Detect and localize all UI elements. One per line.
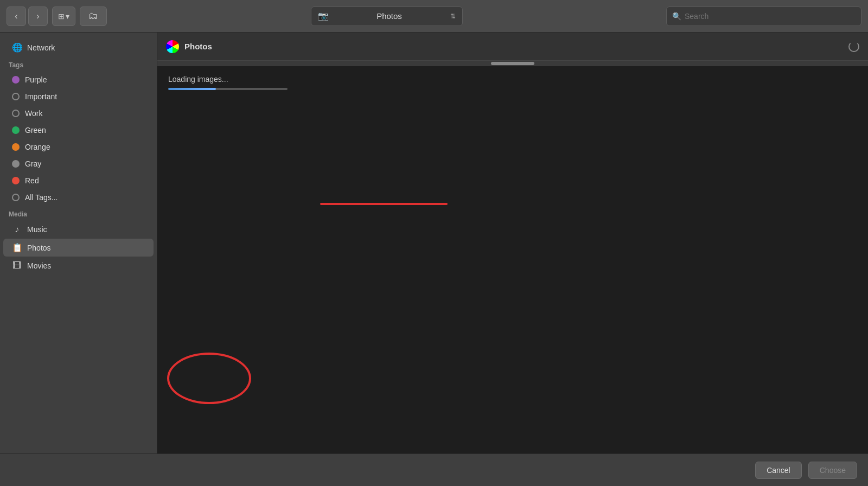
loading-bar-fill <box>168 88 216 90</box>
camera-icon: 📷 <box>318 11 329 21</box>
main-area: 🌐 Network Tags Purple Important Work Gre… <box>0 33 868 453</box>
sidebar-item-work[interactable]: Work <box>3 105 154 122</box>
loading-spinner <box>848 41 859 52</box>
toolbar: ‹ › ⊞ ▾ 🗂 📷 Photos ⇅ 🔍 <box>0 0 868 33</box>
sidebar-item-photos[interactable]: 📋 Photos <box>3 239 154 257</box>
scroll-track[interactable] <box>157 61 868 66</box>
music-icon: ♪ <box>12 225 22 234</box>
photos-icon: 📋 <box>12 242 22 253</box>
forward-button[interactable]: › <box>28 7 48 26</box>
loading-text: Loading images... <box>168 75 857 84</box>
movies-label: Movies <box>27 261 51 270</box>
sidebar-item-music[interactable]: ♪ Music <box>3 221 154 238</box>
loading-text-area: Loading images... <box>157 66 868 99</box>
all-tags-dot <box>12 194 20 201</box>
gray-label: Gray <box>25 159 41 168</box>
orange-label: Orange <box>25 143 50 151</box>
music-label: Music <box>27 225 47 234</box>
tags-section-label: Tags <box>0 57 157 71</box>
sidebar-item-network[interactable]: 🌐 Network <box>3 39 154 56</box>
all-tags-label: All Tags... <box>25 193 58 202</box>
folder-icon: 🗂 <box>88 10 98 22</box>
location-selector[interactable]: 📷 Photos ⇅ <box>311 7 463 26</box>
photos-label: Photos <box>27 244 51 252</box>
loading-bar-container <box>168 88 288 90</box>
sidebar-item-important[interactable]: Important <box>3 88 154 105</box>
back-button[interactable]: ‹ <box>7 7 26 26</box>
sidebar-network-label: Network <box>27 43 55 52</box>
red-dot <box>12 177 20 184</box>
work-dot <box>12 110 20 117</box>
nav-buttons: ‹ › <box>7 7 48 26</box>
content-body: Loading images... <box>157 66 868 453</box>
search-bar: 🔍 <box>666 7 861 26</box>
new-folder-button[interactable]: 🗂 <box>80 7 107 26</box>
sidebar-item-movies[interactable]: 🎞 Movies <box>3 257 154 274</box>
sidebar-item-gray[interactable]: Gray <box>3 156 154 172</box>
sidebar-item-all-tags[interactable]: All Tags... <box>3 189 154 206</box>
red-label: Red <box>25 176 39 185</box>
content-title: Photos <box>184 42 212 51</box>
sidebar-item-red[interactable]: Red <box>3 172 154 189</box>
choose-button[interactable]: Choose <box>808 462 857 479</box>
content-header: Photos <box>157 33 868 61</box>
green-label: Green <box>25 126 46 135</box>
view-dropdown-icon: ▾ <box>66 12 69 21</box>
location-bar: 📷 Photos ⇅ <box>111 7 662 26</box>
grid-icon: ⊞ <box>58 12 65 21</box>
view-mode-button[interactable]: ⊞ ▾ <box>52 7 75 26</box>
content-area: Photos Loading images... <box>157 33 868 453</box>
green-dot <box>12 126 20 134</box>
media-section-label: Media <box>0 206 157 220</box>
orange-dot <box>12 143 20 151</box>
purple-label: Purple <box>25 75 47 84</box>
sidebar: 🌐 Network Tags Purple Important Work Gre… <box>0 33 157 453</box>
cancel-button[interactable]: Cancel <box>755 462 802 479</box>
scroll-thumb[interactable] <box>491 62 534 65</box>
location-name: Photos <box>333 11 446 21</box>
location-chevron-icon: ⇅ <box>450 12 456 20</box>
gray-dot <box>12 160 20 168</box>
search-input[interactable] <box>685 12 856 21</box>
purple-dot <box>12 76 20 84</box>
search-icon: 🔍 <box>672 12 681 21</box>
bottom-bar: Cancel Choose <box>0 453 868 486</box>
sidebar-item-green[interactable]: Green <box>3 122 154 138</box>
movies-icon: 🎞 <box>12 261 22 271</box>
important-label: Important <box>25 92 57 101</box>
loading-bar <box>168 88 288 90</box>
sidebar-item-orange[interactable]: Orange <box>3 139 154 155</box>
photos-app-icon <box>166 40 179 53</box>
sidebar-item-purple[interactable]: Purple <box>3 72 154 88</box>
important-dot <box>12 93 20 100</box>
work-label: Work <box>25 109 42 118</box>
network-icon: 🌐 <box>12 42 22 53</box>
